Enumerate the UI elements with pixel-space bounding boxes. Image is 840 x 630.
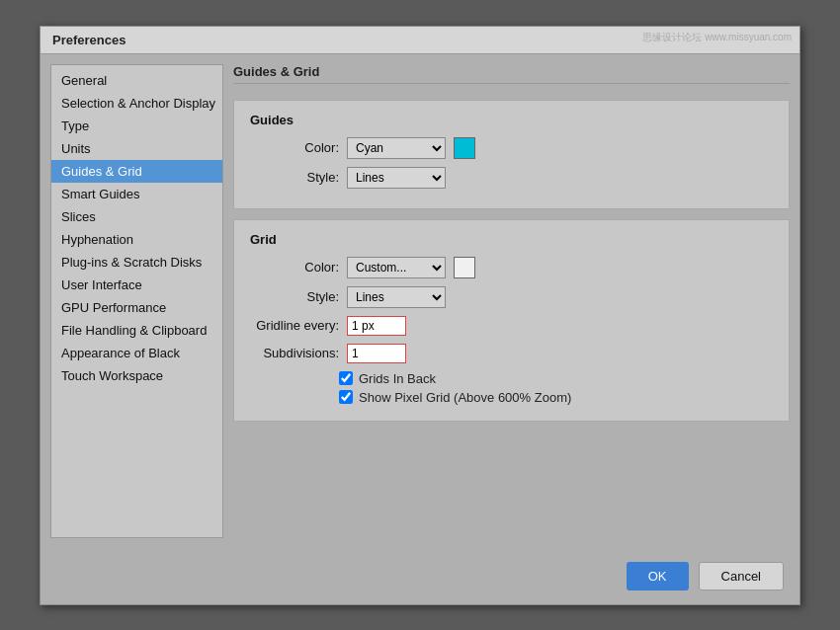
guides-color-row: Color: Cyan Light Blue Magenta Custom...	[250, 137, 773, 159]
sidebar-item[interactable]: Guides & Grid	[51, 160, 222, 183]
guides-subtitle: Guides	[250, 113, 773, 127]
grids-in-back-row: Grids In Back	[339, 371, 773, 386]
sidebar-item[interactable]: File Handling & Clipboard	[51, 319, 222, 342]
guides-section: Guides Color: Cyan Light Blue Magenta Cu…	[233, 100, 790, 209]
guides-style-label: Style:	[250, 170, 339, 185]
grid-style-row: Style: Lines Dashed Lines Dots	[250, 286, 773, 308]
sidebar: GeneralSelection & Anchor DisplayTypeUni…	[50, 64, 223, 538]
sidebar-item[interactable]: Type	[51, 115, 222, 137]
content-area: GeneralSelection & Anchor DisplayTypeUni…	[41, 54, 799, 548]
section-heading: Guides & Grid	[233, 64, 790, 84]
sidebar-item[interactable]: Units	[51, 137, 222, 160]
grid-color-row: Color: Custom... Cyan Light Blue	[250, 257, 773, 278]
sidebar-item[interactable]: General	[51, 69, 222, 92]
sidebar-item[interactable]: Touch Workspace	[51, 364, 222, 387]
show-pixel-grid-label: Show Pixel Grid (Above 600% Zoom)	[359, 390, 571, 405]
guides-style-row: Style: Lines Dashed Lines	[250, 167, 773, 189]
subdivisions-input[interactable]	[347, 344, 406, 363]
grid-style-label: Style:	[250, 289, 339, 304]
sidebar-item[interactable]: User Interface	[51, 274, 222, 296]
main-panel: Guides & Grid Guides Color: Cyan Light B…	[233, 64, 790, 538]
grid-color-swatch[interactable]	[454, 257, 475, 278]
grid-section: Grid Color: Custom... Cyan Light Blue St…	[233, 219, 790, 422]
cancel-button[interactable]: Cancel	[699, 562, 784, 591]
guides-color-label: Color:	[250, 140, 339, 155]
gridline-input[interactable]	[347, 316, 406, 336]
grid-style-select[interactable]: Lines Dashed Lines Dots	[347, 286, 446, 308]
grid-color-label: Color:	[250, 260, 339, 275]
gridline-label: Gridline every:	[250, 318, 339, 333]
watermark: 思缘设计论坛 www.missyuan.com	[642, 31, 792, 44]
sidebar-item[interactable]: Selection & Anchor Display	[51, 92, 222, 115]
subdivisions-row: Subdivisions:	[250, 344, 773, 363]
footer: OK Cancel	[41, 548, 799, 604]
show-pixel-grid-checkbox[interactable]	[339, 390, 353, 404]
grids-in-back-label: Grids In Back	[359, 371, 436, 386]
grid-color-select[interactable]: Custom... Cyan Light Blue	[347, 257, 446, 278]
guides-style-select[interactable]: Lines Dashed Lines	[347, 167, 446, 189]
guides-color-swatch[interactable]	[454, 137, 475, 159]
show-pixel-grid-row: Show Pixel Grid (Above 600% Zoom)	[339, 390, 773, 405]
gridline-row: Gridline every:	[250, 316, 773, 336]
sidebar-item[interactable]: Hyphenation	[51, 228, 222, 251]
sidebar-item[interactable]: Plug-ins & Scratch Disks	[51, 251, 222, 274]
guides-color-select[interactable]: Cyan Light Blue Magenta Custom...	[347, 137, 446, 159]
sidebar-item[interactable]: Smart Guides	[51, 183, 222, 205]
sidebar-item[interactable]: GPU Performance	[51, 296, 222, 319]
sidebar-item[interactable]: Slices	[51, 205, 222, 228]
preferences-dialog: Preferences 思缘设计论坛 www.missyuan.com Gene…	[40, 26, 800, 605]
subdivisions-label: Subdivisions:	[250, 346, 339, 360]
grid-subtitle: Grid	[250, 232, 773, 247]
dialog-title: Preferences	[52, 33, 126, 47]
grids-in-back-checkbox[interactable]	[339, 371, 353, 385]
sidebar-item[interactable]: Appearance of Black	[51, 342, 222, 364]
ok-button[interactable]: OK	[627, 562, 689, 591]
